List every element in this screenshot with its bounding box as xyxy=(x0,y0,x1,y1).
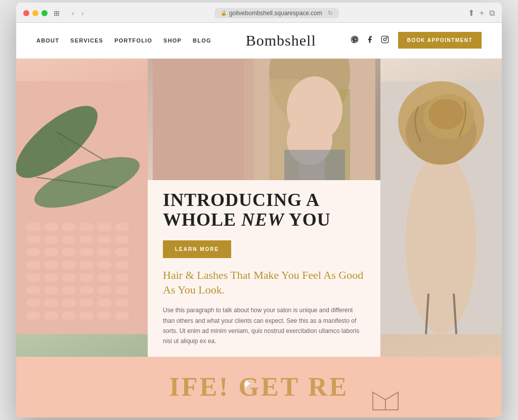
reload-icon[interactable]: ↻ xyxy=(328,10,333,17)
pinterest-icon[interactable] xyxy=(351,35,359,46)
bottom-section: ✦ IFE! GET RE xyxy=(16,357,502,417)
svg-rect-26 xyxy=(97,248,111,256)
lock-icon: 🔒 xyxy=(221,10,227,16)
svg-rect-46 xyxy=(26,299,40,307)
bottom-text: IFE! GET RE xyxy=(169,372,349,402)
facebook-icon[interactable] xyxy=(366,35,374,46)
svg-rect-13 xyxy=(79,223,94,231)
updo-svg xyxy=(380,59,502,357)
svg-rect-24 xyxy=(62,248,76,256)
woman-image xyxy=(148,59,380,180)
svg-rect-51 xyxy=(115,299,129,307)
svg-rect-40 xyxy=(26,286,40,294)
svg-rect-44 xyxy=(97,286,111,294)
sidebar-toggle-button[interactable]: ⊞ xyxy=(52,8,62,18)
nav-about[interactable]: ABOUT xyxy=(36,37,59,44)
updo-hair-image xyxy=(380,59,502,357)
svg-rect-57 xyxy=(115,311,129,319)
hero-heading: INTRODUCING A WHOLE NEW YOU xyxy=(163,190,365,230)
minimize-button[interactable] xyxy=(32,10,38,16)
nav-shop[interactable]: SHOP xyxy=(163,37,182,44)
svg-rect-52 xyxy=(26,311,40,319)
hero-section: INTRODUCING A WHOLE NEW YOU LEARN MORE H… xyxy=(16,59,502,357)
svg-rect-25 xyxy=(79,248,94,256)
maximize-button[interactable] xyxy=(41,10,48,16)
svg-rect-38 xyxy=(97,273,111,281)
svg-rect-33 xyxy=(115,261,129,269)
site-logo[interactable]: Bombshell xyxy=(246,32,316,49)
svg-rect-47 xyxy=(44,299,58,307)
svg-rect-0 xyxy=(381,36,388,43)
browser-chrome: ⊞ ‹ › 🔒 golivebombshell.squarespace.com … xyxy=(16,3,502,23)
svg-rect-27 xyxy=(115,248,129,256)
svg-point-1 xyxy=(383,38,386,40)
url-text[interactable]: golivebombshell.squarespace.com xyxy=(229,10,322,17)
website-content: ABOUT SERVICES PORTFOLIO SHOP BLOG Bombs… xyxy=(16,23,502,417)
svg-rect-45 xyxy=(115,286,129,294)
new-tab-button[interactable]: + xyxy=(480,9,484,18)
nav-portfolio[interactable]: PORTFOLIO xyxy=(114,37,152,44)
forward-button[interactable]: › xyxy=(79,8,86,18)
svg-rect-31 xyxy=(79,261,94,269)
traffic-lights xyxy=(23,10,48,16)
svg-point-68 xyxy=(406,152,477,334)
svg-rect-55 xyxy=(79,311,94,319)
svg-rect-48 xyxy=(62,299,76,307)
hero-right-image xyxy=(380,59,502,357)
svg-rect-19 xyxy=(79,235,94,243)
site-nav: ABOUT SERVICES PORTFOLIO SHOP BLOG Bombs… xyxy=(16,23,502,59)
svg-rect-32 xyxy=(97,261,111,269)
svg-rect-14 xyxy=(97,223,111,231)
svg-rect-41 xyxy=(44,286,58,294)
hero-subtitle: Hair & Lashes That Make You Feel As Good… xyxy=(163,268,365,297)
learn-more-button[interactable]: LEARN MORE xyxy=(163,240,231,258)
svg-rect-56 xyxy=(97,311,111,319)
svg-rect-35 xyxy=(44,273,58,281)
svg-rect-30 xyxy=(62,261,76,269)
svg-rect-21 xyxy=(115,235,129,243)
svg-rect-28 xyxy=(26,261,40,269)
svg-rect-42 xyxy=(62,286,76,294)
svg-rect-66 xyxy=(284,150,345,180)
svg-rect-34 xyxy=(26,273,40,281)
close-button[interactable] xyxy=(23,10,29,16)
woman-svg xyxy=(148,59,380,180)
svg-rect-49 xyxy=(79,299,94,307)
social-icons xyxy=(351,35,389,46)
svg-rect-53 xyxy=(44,311,58,319)
svg-rect-11 xyxy=(44,223,58,231)
book-decoration xyxy=(370,387,401,412)
browser-window: ⊞ ‹ › 🔒 golivebombshell.squarespace.com … xyxy=(16,3,502,417)
nav-blog[interactable]: BLOG xyxy=(193,37,211,44)
svg-rect-29 xyxy=(44,261,58,269)
nav-links: ABOUT SERVICES PORTFOLIO SHOP BLOG xyxy=(36,37,211,44)
leaves-pills-image xyxy=(16,59,148,357)
svg-rect-37 xyxy=(79,273,94,281)
svg-rect-17 xyxy=(44,235,58,243)
svg-rect-23 xyxy=(44,248,58,256)
woman-photo xyxy=(148,59,380,180)
leaf-decoration xyxy=(16,59,148,357)
svg-rect-15 xyxy=(115,223,129,231)
svg-rect-10 xyxy=(26,223,40,231)
svg-rect-18 xyxy=(62,235,76,243)
tabs-button[interactable]: ⧉ xyxy=(489,9,495,18)
svg-point-2 xyxy=(386,37,387,37)
svg-rect-54 xyxy=(62,311,76,319)
svg-rect-12 xyxy=(62,223,76,231)
svg-rect-16 xyxy=(26,235,40,243)
svg-rect-65 xyxy=(153,59,254,180)
hero-middle: INTRODUCING A WHOLE NEW YOU LEARN MORE H… xyxy=(148,59,380,357)
share-button[interactable]: ⬆ xyxy=(468,8,474,18)
svg-point-72 xyxy=(428,99,464,129)
book-appointment-button[interactable]: BOOK APPOINTMENT xyxy=(398,32,482,49)
nav-services[interactable]: SERVICES xyxy=(70,37,103,44)
hero-left-image xyxy=(16,59,148,357)
svg-rect-43 xyxy=(79,286,94,294)
address-bar: 🔒 golivebombshell.squarespace.com ↻ xyxy=(90,8,463,18)
browser-actions: ⬆ + ⧉ xyxy=(468,8,495,18)
nav-right: BOOK APPOINTMENT xyxy=(351,32,482,49)
instagram-icon[interactable] xyxy=(381,35,389,46)
back-button[interactable]: ‹ xyxy=(70,8,76,18)
svg-rect-20 xyxy=(97,235,111,243)
